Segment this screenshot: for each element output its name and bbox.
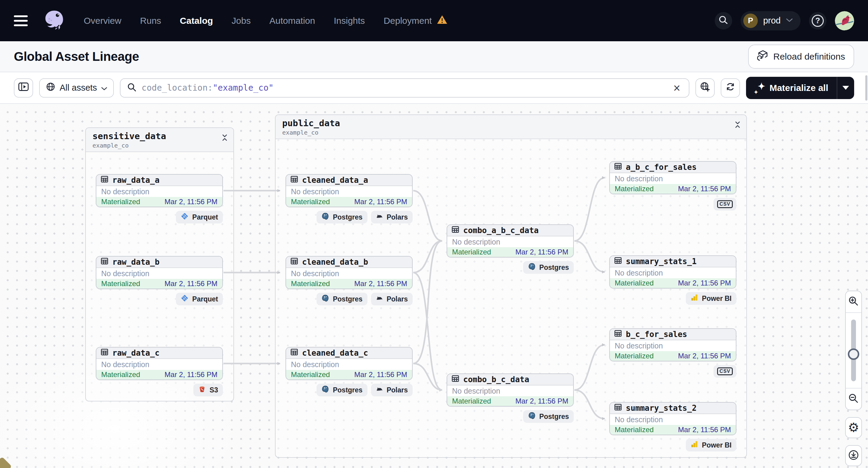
reload-definitions-button[interactable]: Reload definitions xyxy=(748,44,855,69)
asset-node-combo-b-c-data[interactable]: combo_b_c_data No description Materializ… xyxy=(447,373,574,407)
badge-polars[interactable]: Polars xyxy=(371,384,413,396)
environment-avatar: P xyxy=(743,13,758,28)
asset-search-input[interactable]: code_location:"example_co" × xyxy=(120,78,689,98)
table-icon xyxy=(290,348,298,358)
asset-status-row: MaterializedMar 2, 11:56 PM xyxy=(447,247,573,257)
table-icon xyxy=(614,257,622,266)
group-subtitle: example_co xyxy=(92,142,227,149)
asset-name: raw_data_b xyxy=(112,257,160,267)
materialize-all-main[interactable]: ✦✦ Materialize all xyxy=(746,77,837,99)
nav-item-overview[interactable]: Overview xyxy=(84,15,121,26)
badge-s3[interactable]: S3 xyxy=(193,384,223,396)
nav-right-cluster: P prod ? xyxy=(715,11,854,30)
table-icon xyxy=(452,375,459,384)
asset-status-row: MaterializedMar 2, 11:56 PM xyxy=(447,396,573,406)
magnifier-icon xyxy=(127,83,137,93)
asset-node-cleaned-data-b[interactable]: cleaned_data_b No description Materializ… xyxy=(285,256,413,289)
asset-name: combo_a_b_c_data xyxy=(463,226,538,235)
asset-node-summary-stats-2[interactable]: summary_stats_2 No description Materiali… xyxy=(609,402,736,435)
badge-csv[interactable]: csv xyxy=(713,365,736,378)
badge-polars[interactable]: Polars xyxy=(371,211,413,223)
graph-settings-button[interactable]: ⚙ xyxy=(845,417,862,438)
badge-power-bi[interactable]: Power BI xyxy=(686,292,736,305)
status-label: Materialized xyxy=(291,370,330,379)
nav-item-catalog[interactable]: Catalog xyxy=(180,15,213,26)
badge-csv[interactable]: csv xyxy=(713,198,736,211)
polars-icon xyxy=(376,294,383,304)
status-label: Materialized xyxy=(291,279,330,288)
asset-node-header: summary_stats_1 xyxy=(610,256,736,268)
nav-item-runs[interactable]: Runs xyxy=(140,15,161,26)
asset-badges: Power BI xyxy=(609,292,736,305)
clear-search-icon[interactable]: × xyxy=(672,82,682,94)
nav-item-deployment[interactable]: Deployment xyxy=(384,15,447,27)
asset-node-cleaned-data-c[interactable]: cleaned_data_c No description Materializ… xyxy=(285,347,413,380)
zoom-slider-handle[interactable] xyxy=(848,348,859,360)
asset-badges: Postgres Polars xyxy=(285,384,413,396)
zoom-out-button[interactable] xyxy=(846,388,861,410)
badge-parquet[interactable]: Parquet xyxy=(176,293,223,305)
page-header: Global Asset Lineage Reload definitions xyxy=(0,41,868,72)
badge-postgres[interactable]: Postgres xyxy=(316,211,367,223)
status-timestamp: Mar 2, 11:56 PM xyxy=(354,370,407,379)
group-title: sensitive_data xyxy=(92,131,227,141)
badge-power-bi[interactable]: Power BI xyxy=(686,439,736,451)
zoom-in-button[interactable] xyxy=(846,291,861,313)
asset-node-header: cleaned_data_b xyxy=(286,257,412,268)
download-graph-button[interactable] xyxy=(845,445,862,466)
asset-node-combo-a-b-c-data[interactable]: combo_a_b_c_data No description Material… xyxy=(447,224,574,257)
materialize-options-caret[interactable] xyxy=(837,77,854,99)
zoom-out-icon xyxy=(848,393,859,405)
sparkle-icon: ✦✦ xyxy=(754,83,765,93)
asset-scope-dropdown[interactable]: All assets xyxy=(39,78,114,98)
group-title: public_data xyxy=(282,118,740,128)
asset-node-raw-data-b[interactable]: raw_data_b No description MaterializedMa… xyxy=(96,256,223,289)
lineage-canvas[interactable]: sensitive_data example_co public_data ex… xyxy=(0,104,868,468)
badge-polars[interactable]: Polars xyxy=(371,293,413,305)
page-title: Global Asset Lineage xyxy=(14,50,139,64)
badge-postgres[interactable]: Postgres xyxy=(523,410,574,423)
badge-parquet[interactable]: Parquet xyxy=(176,211,223,223)
lineage-toolbar: All assets code_location:"example_co" × … xyxy=(0,72,868,104)
hamburger-menu-icon[interactable] xyxy=(14,10,35,31)
dagster-logo[interactable] xyxy=(43,9,66,32)
collapse-group-icon[interactable] xyxy=(734,121,741,129)
zoom-slider[interactable] xyxy=(846,313,861,388)
globe-add-icon xyxy=(700,82,710,94)
status-timestamp: Mar 2, 11:56 PM xyxy=(515,248,568,256)
badge-postgres[interactable]: Postgres xyxy=(523,261,574,274)
group-subtitle: example_co xyxy=(282,129,740,136)
refresh-button[interactable] xyxy=(721,78,740,98)
badge-postgres[interactable]: Postgres xyxy=(316,384,367,396)
group-header: sensitive_data example_co xyxy=(86,128,234,152)
asset-node-b-c-for-sales[interactable]: b_c_for_sales No description Materialize… xyxy=(609,328,736,362)
refresh-icon xyxy=(725,82,736,94)
table-icon xyxy=(614,162,622,172)
asset-node-raw-data-c[interactable]: raw_data_c No description MaterializedMa… xyxy=(96,347,223,380)
download-icon xyxy=(848,449,859,462)
asset-node-summary-stats-1[interactable]: summary_stats_1 No description Materiali… xyxy=(609,255,736,288)
materialize-all-button[interactable]: ✦✦ Materialize all xyxy=(746,77,854,99)
scrollbar-thumb[interactable] xyxy=(865,75,867,101)
status-timestamp: Mar 2, 11:56 PM xyxy=(164,370,217,379)
asset-description: No description xyxy=(610,173,736,184)
asset-node-cleaned-data-a[interactable]: cleaned_data_a No description Materializ… xyxy=(285,174,413,207)
asset-node-raw-data-a[interactable]: raw_data_a No description MaterializedMa… xyxy=(96,174,223,207)
toggle-sidebar-button[interactable] xyxy=(14,78,33,98)
table-icon xyxy=(452,225,459,235)
add-scope-globe-button[interactable] xyxy=(695,78,715,98)
asset-node-a-b-c-for-sales[interactable]: a_b_c_for_sales No description Materiali… xyxy=(609,161,736,194)
nav-item-jobs[interactable]: Jobs xyxy=(231,15,251,26)
help-button[interactable]: ? xyxy=(809,12,827,30)
search-query-text: code_location:"example_co" xyxy=(142,83,666,93)
badge-postgres[interactable]: Postgres xyxy=(316,293,367,305)
environment-switcher[interactable]: P prod xyxy=(741,11,801,30)
nav-item-insights[interactable]: Insights xyxy=(334,15,365,26)
environment-label: prod xyxy=(763,15,781,26)
nav-item-automation[interactable]: Automation xyxy=(269,15,315,26)
panel-toggle-icon xyxy=(18,82,29,94)
collapse-group-icon[interactable] xyxy=(221,134,228,143)
user-avatar[interactable] xyxy=(835,11,854,30)
zoom-in-icon xyxy=(848,296,859,308)
search-button[interactable] xyxy=(715,12,732,30)
